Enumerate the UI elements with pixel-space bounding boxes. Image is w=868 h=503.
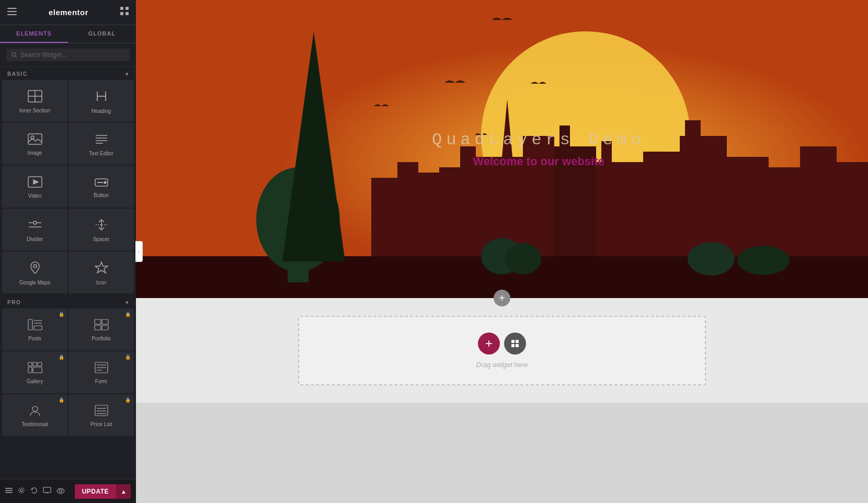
image-icon — [28, 133, 42, 147]
widget-label-gallery: Gallery — [27, 379, 43, 385]
empty-section: + + Drag widget here — [136, 298, 868, 403]
drag-add-button[interactable]: + — [478, 333, 500, 355]
svg-rect-59 — [43, 487, 51, 493]
sidebar-content: BASIC ▾ Inner Section — [0, 67, 136, 479]
widget-testimonial[interactable]: 🔒 Testimonial — [2, 394, 67, 436]
svg-point-7 — [12, 52, 16, 56]
heading-icon — [95, 89, 108, 105]
search-box — [0, 43, 136, 67]
svg-marker-22 — [33, 180, 38, 184]
widget-image[interactable]: Image — [2, 123, 67, 165]
canvas-area: QuadLayers Demo Welcome to our website +… — [136, 0, 868, 503]
widget-label-portfolio: Portfolio — [92, 336, 111, 342]
widget-label-posts: Posts — [28, 336, 41, 342]
widget-label-image: Image — [28, 150, 42, 156]
layers-icon[interactable] — [5, 487, 13, 496]
widget-form[interactable]: 🔒 Form — [68, 351, 134, 393]
widget-heading[interactable]: Heading — [68, 80, 134, 122]
pricelist-icon — [95, 405, 108, 418]
widget-label-testimonial: Testimonial — [21, 421, 48, 428]
widget-spacer[interactable]: Spacer — [68, 209, 134, 250]
svg-rect-45 — [33, 367, 42, 373]
section-title-basic: BASIC — [7, 71, 28, 77]
inner-section-icon — [28, 90, 42, 105]
grid-icon[interactable] — [120, 7, 129, 18]
widget-price-list[interactable]: 🔒 Price List — [68, 394, 134, 436]
lock-icon-price-list: 🔒 — [125, 397, 131, 403]
desktop-icon[interactable] — [43, 487, 51, 496]
undo-icon[interactable] — [30, 487, 38, 496]
svg-marker-32 — [95, 262, 108, 273]
section-label-pro[interactable]: PRO ▾ — [0, 295, 136, 308]
widget-inner-section[interactable]: Inner Section — [2, 80, 67, 122]
widget-google-maps[interactable]: Google Maps — [2, 251, 67, 293]
spacer-icon — [95, 219, 108, 233]
svg-rect-5 — [120, 12, 123, 15]
svg-rect-37 — [95, 319, 101, 324]
widget-portfolio[interactable]: 🔒 Portfolio — [68, 308, 134, 350]
sidebar: elementor ELEMENTS GLOBAL BASIC — [0, 0, 136, 503]
portfolio-icon — [94, 319, 109, 333]
widget-posts[interactable]: 🔒 Posts — [2, 308, 67, 350]
pro-widgets-grid: 🔒 Posts 🔒 — [0, 308, 136, 438]
eye-icon[interactable] — [56, 487, 65, 496]
svg-rect-39 — [95, 325, 101, 330]
svg-point-50 — [32, 406, 38, 411]
svg-rect-98 — [516, 344, 519, 347]
lock-icon-testimonial: 🔒 — [59, 397, 64, 403]
svg-point-24 — [104, 181, 106, 184]
basic-widgets-grid: Inner Section Heading — [0, 80, 136, 295]
svg-rect-78 — [685, 120, 701, 136]
sidebar-footer: UPDATE ▲ — [0, 479, 136, 503]
widget-label-price-list: Price List — [90, 421, 112, 428]
widget-button[interactable]: Button — [68, 166, 134, 208]
divider-icon — [28, 219, 42, 233]
svg-rect-97 — [511, 344, 515, 347]
section-label-basic[interactable]: BASIC ▾ — [0, 67, 136, 80]
search-icon — [12, 52, 17, 58]
drag-widget-button[interactable] — [504, 333, 526, 355]
sidebar-collapse-handle[interactable]: ‹ — [135, 241, 143, 262]
svg-rect-1 — [7, 11, 17, 12]
tab-global[interactable]: GLOBAL — [68, 25, 136, 43]
svg-rect-43 — [38, 362, 42, 366]
update-btn-group: UPDATE ▲ — [75, 484, 131, 499]
svg-rect-33 — [28, 319, 32, 330]
widget-label-heading: Heading — [92, 108, 111, 115]
svg-rect-15 — [28, 134, 42, 144]
widget-video[interactable]: Video — [2, 166, 67, 208]
update-button[interactable]: UPDATE — [75, 484, 116, 499]
svg-rect-96 — [516, 340, 519, 343]
widget-text-editor[interactable]: Text Editor — [68, 123, 134, 165]
maps-icon — [29, 261, 41, 277]
svg-rect-74 — [596, 162, 643, 272]
svg-point-31 — [33, 265, 37, 268]
widget-label-maps: Google Maps — [19, 280, 50, 286]
posts-icon — [28, 319, 42, 333]
update-arrow-button[interactable]: ▲ — [116, 484, 131, 499]
widget-label-spacer: Spacer — [93, 236, 110, 243]
widget-label-form: Form — [95, 379, 107, 385]
widget-gallery[interactable]: 🔒 Gallery — [2, 351, 67, 393]
svg-rect-51 — [95, 405, 108, 416]
svg-rect-81 — [800, 146, 837, 272]
widget-divider[interactable]: Divider — [2, 209, 67, 250]
hero-content: QuadLayers Demo Welcome to our website — [432, 130, 645, 168]
tab-elements[interactable]: ELEMENTS — [0, 25, 68, 43]
widget-label-icon: Icon — [96, 280, 106, 286]
add-section-button[interactable]: + — [494, 290, 510, 306]
widget-label-divider: Divider — [27, 236, 43, 243]
hamburger-menu-icon[interactable] — [7, 7, 17, 18]
search-input[interactable] — [20, 51, 124, 59]
lock-icon-posts: 🔒 — [59, 312, 64, 317]
text-editor-icon — [95, 133, 108, 147]
svg-rect-3 — [120, 7, 123, 10]
widget-icon[interactable]: Icon — [68, 251, 134, 293]
lock-icon-form: 🔒 — [125, 355, 131, 360]
svg-point-26 — [33, 221, 37, 224]
app-logo: elementor — [49, 8, 88, 17]
settings-icon[interactable] — [18, 487, 25, 496]
testimonial-icon — [28, 405, 42, 418]
svg-rect-57 — [5, 492, 13, 493]
lock-icon-gallery: 🔒 — [59, 355, 64, 360]
